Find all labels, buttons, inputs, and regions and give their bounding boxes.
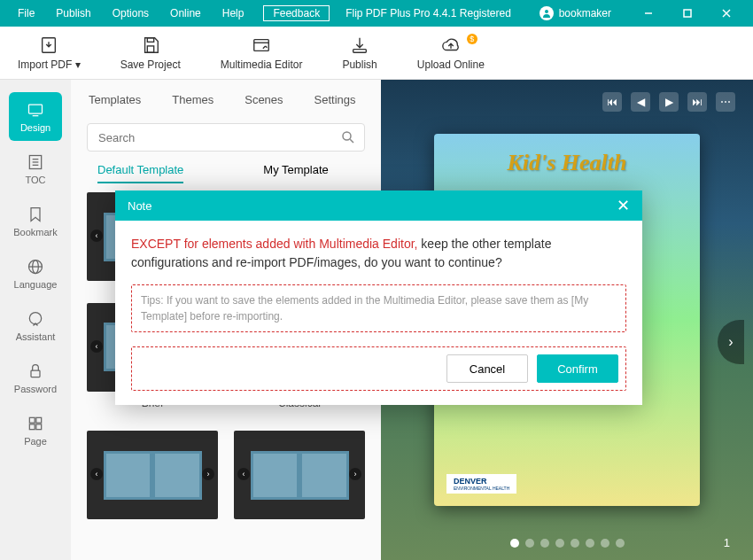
dialog-tips: Tips: If you want to save the elements a…	[131, 284, 626, 332]
dialog-close-icon[interactable]: ✕	[617, 196, 630, 215]
note-dialog: Note ✕ EXCEPT for elements added with Mu…	[115, 191, 642, 405]
modal-overlay: Note ✕ EXCEPT for elements added with Mu…	[0, 0, 753, 560]
confirm-button[interactable]: Confirm	[537, 354, 618, 383]
dialog-message: EXCEPT for elements added with Multimedi…	[131, 235, 626, 272]
dialog-title: Note	[128, 199, 151, 213]
cancel-button[interactable]: Cancel	[446, 354, 528, 383]
